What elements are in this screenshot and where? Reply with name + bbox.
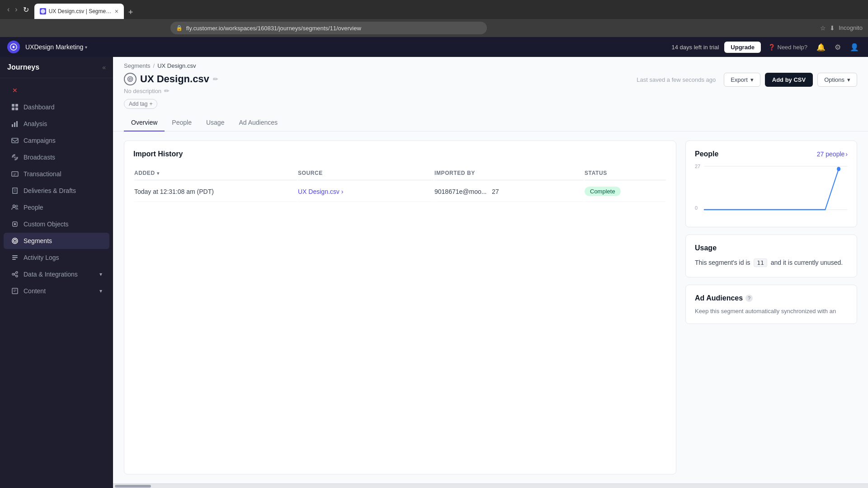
horizontal-scrollbar[interactable] xyxy=(113,483,868,488)
page-actions: Last saved a few seconds ago Export ▾ Ad… xyxy=(637,73,857,87)
lock-icon: 🔒 xyxy=(176,25,183,31)
svg-rect-2 xyxy=(12,104,14,107)
edit-description-icon[interactable]: ✏ xyxy=(164,87,170,94)
svg-rect-4 xyxy=(12,108,14,110)
sidebar-item-analysis[interactable]: Analysis xyxy=(4,116,109,132)
sidebar-item-label: Activity Logs xyxy=(24,254,59,261)
svg-point-0 xyxy=(41,9,45,14)
scrollbar-thumb[interactable] xyxy=(115,485,151,488)
tab-people[interactable]: People xyxy=(165,114,199,131)
people-icon xyxy=(11,203,19,211)
tab-ad-audiences[interactable]: Ad Audiences xyxy=(231,114,285,131)
add-by-csv-button[interactable]: Add by CSV xyxy=(765,73,813,87)
workspace-chevron-icon: ▾ xyxy=(85,45,87,50)
refresh-button[interactable]: ↻ xyxy=(21,4,31,16)
people-link-arrow: › xyxy=(845,150,848,158)
broadcasts-icon xyxy=(11,153,19,161)
address-bar[interactable]: 🔒 fly.customer.io/workspaces/160831/jour… xyxy=(170,22,487,34)
page-title: UX Design.csv xyxy=(140,73,209,85)
cell-status: Complete xyxy=(585,181,666,202)
svg-point-17 xyxy=(14,239,16,242)
header-right: 14 days left in trial Upgrade ❓ Need hel… xyxy=(672,41,861,53)
usage-card: Usage This segment's id is 11 and it is … xyxy=(685,235,857,277)
svg-rect-8 xyxy=(16,121,18,127)
page-description: No description ✏ xyxy=(124,87,218,94)
breadcrumb-segments-link[interactable]: Segments xyxy=(124,62,151,69)
notifications-button[interactable]: 🔔 xyxy=(815,41,827,53)
sidebar-item-label: Content xyxy=(24,287,46,295)
sort-arrow-icon: ▾ xyxy=(157,171,160,176)
svg-point-22 xyxy=(16,272,18,273)
dashboard-icon xyxy=(11,103,19,111)
url-text[interactable]: fly.customer.io/workspaces/160831/journe… xyxy=(186,25,481,32)
people-count-link[interactable]: 27 people › xyxy=(817,150,848,158)
browser-tab-active[interactable]: UX Design.csv | Segments | Cus... × xyxy=(34,4,124,19)
sidebar-item-data-integrations[interactable]: Data & Integrations ▾ xyxy=(4,266,109,282)
sidebar-item-people[interactable]: People xyxy=(4,199,109,216)
settings-button[interactable]: ⚙ xyxy=(833,41,843,53)
svg-point-29 xyxy=(837,167,840,171)
user-button[interactable]: 👤 xyxy=(848,41,861,53)
browser-chrome: ‹ › ↻ UX Design.csv | Segments | Cus... … xyxy=(0,0,868,19)
help-button[interactable]: ❓ Need help? xyxy=(766,41,809,53)
bookmark-icon[interactable]: ☆ xyxy=(820,24,826,32)
column-header-added[interactable]: ADDED ▾ xyxy=(134,166,297,180)
segments-icon xyxy=(11,237,19,245)
page-header: UX Design.csv ✏ No description ✏ Add tag… xyxy=(113,69,868,109)
workspace-name[interactable]: UXDesign Marketing ▾ xyxy=(25,43,87,51)
sidebar-item-activity-logs[interactable]: Activity Logs xyxy=(4,249,109,266)
cell-added: Today at 12:31:08 am (PDT) xyxy=(134,181,297,202)
sidebar-item-deliveries[interactable]: Deliveries & Drafts xyxy=(4,183,109,199)
deliveries-icon xyxy=(11,187,19,195)
sidebar-item-segments[interactable]: Segments xyxy=(4,233,109,249)
segment-type-icon xyxy=(124,73,137,85)
sidebar-navigation: ✕ Dashboard Analysis Campaigns xyxy=(0,78,113,488)
people-card: People 27 people › 27 xyxy=(685,141,857,227)
export-button[interactable]: Export ▾ xyxy=(724,73,760,87)
new-tab-button[interactable]: + xyxy=(125,6,137,19)
import-table-body: Today at 12:31:08 am (PDT) UX Design.csv… xyxy=(134,181,666,202)
add-tag-button[interactable]: Add tag + xyxy=(124,99,157,109)
sidebar-item-close[interactable]: ✕ xyxy=(4,82,109,99)
table-row: Today at 12:31:08 am (PDT) UX Design.csv… xyxy=(134,181,666,202)
forward-button[interactable]: › xyxy=(13,4,19,16)
custom-objects-icon xyxy=(11,220,19,228)
sidebar-item-custom-objects[interactable]: Custom Objects xyxy=(4,216,109,232)
tab-overview[interactable]: Overview xyxy=(124,114,165,131)
sidebar-item-campaigns[interactable]: Campaigns xyxy=(4,132,109,149)
info-icon[interactable]: ? xyxy=(745,295,753,302)
nav-buttons: ‹ › ↻ xyxy=(5,4,31,16)
back-button[interactable]: ‹ xyxy=(5,4,11,16)
sidebar-item-label: Campaigns xyxy=(24,137,56,144)
content-icon xyxy=(11,287,19,295)
address-bar-row: 🔒 fly.customer.io/workspaces/160831/jour… xyxy=(0,19,868,37)
tab-usage[interactable]: Usage xyxy=(199,114,231,131)
people-chart-svg xyxy=(695,164,848,218)
sidebar-item-transactional[interactable]: Transactional xyxy=(4,166,109,182)
sidebar-item-label: Custom Objects xyxy=(24,221,69,228)
download-icon[interactable]: ⬇ xyxy=(830,24,835,32)
sidebar-header: Journeys « xyxy=(0,57,113,78)
sidebar-item-broadcasts[interactable]: Broadcasts xyxy=(4,149,109,165)
options-button[interactable]: Options ▾ xyxy=(817,73,857,87)
save-status: Last saved a few seconds ago xyxy=(637,76,716,83)
upgrade-button[interactable]: Upgrade xyxy=(724,42,761,53)
options-chevron-icon: ▾ xyxy=(847,76,850,83)
sidebar-collapse-button[interactable]: « xyxy=(102,64,106,71)
sidebar-item-content[interactable]: Content ▾ xyxy=(4,283,109,299)
usage-description: This segment's id is 11 and it is curren… xyxy=(695,258,848,268)
sidebar-item-label: Data & Integrations xyxy=(24,271,78,278)
edit-title-icon[interactable]: ✏ xyxy=(213,75,218,83)
content-split: Import History ADDED ▾ SOURCE xyxy=(113,131,868,483)
svg-rect-9 xyxy=(12,138,18,143)
breadcrumb-current: UX Design.csv xyxy=(157,62,196,69)
source-file-link[interactable]: UX Design.csv › xyxy=(298,188,426,195)
app-header: UXDesign Marketing ▾ 14 days left in tri… xyxy=(0,37,868,57)
svg-point-25 xyxy=(128,77,133,82)
sidebar-item-dashboard[interactable]: Dashboard xyxy=(4,99,109,115)
content-area: Segments / UX Design.csv UX Design.csv ✏… xyxy=(113,57,868,488)
tab-close-button[interactable]: × xyxy=(115,8,118,15)
incognito-label: Incognito xyxy=(839,24,863,32)
transactional-icon xyxy=(11,170,19,178)
svg-point-21 xyxy=(12,273,14,275)
